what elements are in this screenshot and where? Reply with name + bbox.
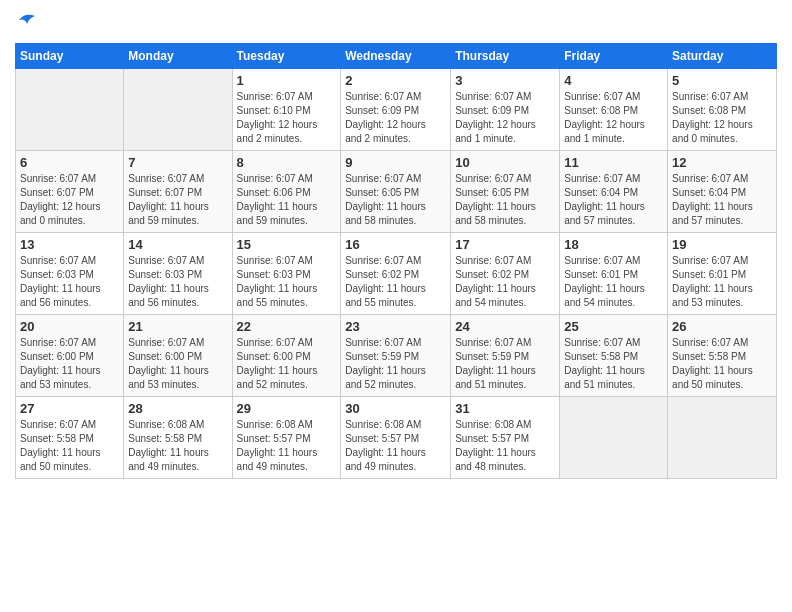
- day-info: Sunrise: 6:07 AM Sunset: 5:58 PM Dayligh…: [20, 418, 119, 474]
- logo-bird-icon: [17, 10, 37, 30]
- day-cell: 21Sunrise: 6:07 AM Sunset: 6:00 PM Dayli…: [124, 314, 232, 396]
- day-number: 9: [345, 155, 446, 170]
- day-info: Sunrise: 6:07 AM Sunset: 6:03 PM Dayligh…: [20, 254, 119, 310]
- day-number: 16: [345, 237, 446, 252]
- day-info: Sunrise: 6:07 AM Sunset: 6:04 PM Dayligh…: [564, 172, 663, 228]
- header: [15, 10, 777, 35]
- day-cell: 5Sunrise: 6:07 AM Sunset: 6:08 PM Daylig…: [668, 68, 777, 150]
- day-info: Sunrise: 6:07 AM Sunset: 6:02 PM Dayligh…: [345, 254, 446, 310]
- day-info: Sunrise: 6:07 AM Sunset: 6:05 PM Dayligh…: [345, 172, 446, 228]
- day-cell: 30Sunrise: 6:08 AM Sunset: 5:57 PM Dayli…: [341, 396, 451, 478]
- day-number: 19: [672, 237, 772, 252]
- day-info: Sunrise: 6:07 AM Sunset: 6:08 PM Dayligh…: [672, 90, 772, 146]
- day-cell: 24Sunrise: 6:07 AM Sunset: 5:59 PM Dayli…: [451, 314, 560, 396]
- day-info: Sunrise: 6:07 AM Sunset: 5:58 PM Dayligh…: [672, 336, 772, 392]
- day-number: 4: [564, 73, 663, 88]
- day-number: 15: [237, 237, 337, 252]
- day-cell: 9Sunrise: 6:07 AM Sunset: 6:05 PM Daylig…: [341, 150, 451, 232]
- week-row-4: 27Sunrise: 6:07 AM Sunset: 5:58 PM Dayli…: [16, 396, 777, 478]
- day-cell: 8Sunrise: 6:07 AM Sunset: 6:06 PM Daylig…: [232, 150, 341, 232]
- day-info: Sunrise: 6:08 AM Sunset: 5:58 PM Dayligh…: [128, 418, 227, 474]
- day-number: 14: [128, 237, 227, 252]
- day-number: 20: [20, 319, 119, 334]
- day-info: Sunrise: 6:07 AM Sunset: 5:58 PM Dayligh…: [564, 336, 663, 392]
- day-info: Sunrise: 6:07 AM Sunset: 5:59 PM Dayligh…: [455, 336, 555, 392]
- main-container: SundayMondayTuesdayWednesdayThursdayFrid…: [0, 0, 792, 484]
- day-number: 23: [345, 319, 446, 334]
- day-info: Sunrise: 6:07 AM Sunset: 6:04 PM Dayligh…: [672, 172, 772, 228]
- day-cell: 22Sunrise: 6:07 AM Sunset: 6:00 PM Dayli…: [232, 314, 341, 396]
- day-number: 31: [455, 401, 555, 416]
- day-number: 1: [237, 73, 337, 88]
- day-cell: 2Sunrise: 6:07 AM Sunset: 6:09 PM Daylig…: [341, 68, 451, 150]
- day-cell: 20Sunrise: 6:07 AM Sunset: 6:00 PM Dayli…: [16, 314, 124, 396]
- day-info: Sunrise: 6:07 AM Sunset: 6:00 PM Dayligh…: [237, 336, 337, 392]
- day-number: 17: [455, 237, 555, 252]
- day-info: Sunrise: 6:08 AM Sunset: 5:57 PM Dayligh…: [455, 418, 555, 474]
- calendar-table: SundayMondayTuesdayWednesdayThursdayFrid…: [15, 43, 777, 479]
- day-number: 30: [345, 401, 446, 416]
- day-number: 8: [237, 155, 337, 170]
- day-info: Sunrise: 6:07 AM Sunset: 6:07 PM Dayligh…: [20, 172, 119, 228]
- day-info: Sunrise: 6:07 AM Sunset: 6:03 PM Dayligh…: [237, 254, 337, 310]
- day-info: Sunrise: 6:07 AM Sunset: 6:08 PM Dayligh…: [564, 90, 663, 146]
- day-number: 5: [672, 73, 772, 88]
- day-number: 11: [564, 155, 663, 170]
- calendar-header: SundayMondayTuesdayWednesdayThursdayFrid…: [16, 43, 777, 68]
- day-info: Sunrise: 6:07 AM Sunset: 6:07 PM Dayligh…: [128, 172, 227, 228]
- day-header-saturday: Saturday: [668, 43, 777, 68]
- day-number: 18: [564, 237, 663, 252]
- day-info: Sunrise: 6:07 AM Sunset: 6:01 PM Dayligh…: [672, 254, 772, 310]
- day-info: Sunrise: 6:07 AM Sunset: 6:02 PM Dayligh…: [455, 254, 555, 310]
- day-header-monday: Monday: [124, 43, 232, 68]
- day-number: 26: [672, 319, 772, 334]
- day-cell: 25Sunrise: 6:07 AM Sunset: 5:58 PM Dayli…: [560, 314, 668, 396]
- day-info: Sunrise: 6:07 AM Sunset: 6:09 PM Dayligh…: [345, 90, 446, 146]
- day-number: 24: [455, 319, 555, 334]
- day-cell: 12Sunrise: 6:07 AM Sunset: 6:04 PM Dayli…: [668, 150, 777, 232]
- logo: [15, 10, 37, 35]
- day-cell: 31Sunrise: 6:08 AM Sunset: 5:57 PM Dayli…: [451, 396, 560, 478]
- day-number: 3: [455, 73, 555, 88]
- day-info: Sunrise: 6:08 AM Sunset: 5:57 PM Dayligh…: [345, 418, 446, 474]
- day-cell: 4Sunrise: 6:07 AM Sunset: 6:08 PM Daylig…: [560, 68, 668, 150]
- day-number: 27: [20, 401, 119, 416]
- day-number: 25: [564, 319, 663, 334]
- day-number: 10: [455, 155, 555, 170]
- logo-text: [15, 10, 37, 35]
- day-cell: 10Sunrise: 6:07 AM Sunset: 6:05 PM Dayli…: [451, 150, 560, 232]
- day-number: 13: [20, 237, 119, 252]
- day-info: Sunrise: 6:07 AM Sunset: 6:09 PM Dayligh…: [455, 90, 555, 146]
- day-cell: 11Sunrise: 6:07 AM Sunset: 6:04 PM Dayli…: [560, 150, 668, 232]
- day-cell: 15Sunrise: 6:07 AM Sunset: 6:03 PM Dayli…: [232, 232, 341, 314]
- day-cell: 26Sunrise: 6:07 AM Sunset: 5:58 PM Dayli…: [668, 314, 777, 396]
- day-number: 6: [20, 155, 119, 170]
- day-info: Sunrise: 6:07 AM Sunset: 5:59 PM Dayligh…: [345, 336, 446, 392]
- day-cell: 17Sunrise: 6:07 AM Sunset: 6:02 PM Dayli…: [451, 232, 560, 314]
- day-cell: 18Sunrise: 6:07 AM Sunset: 6:01 PM Dayli…: [560, 232, 668, 314]
- day-info: Sunrise: 6:07 AM Sunset: 6:05 PM Dayligh…: [455, 172, 555, 228]
- day-cell: 19Sunrise: 6:07 AM Sunset: 6:01 PM Dayli…: [668, 232, 777, 314]
- day-cell: 28Sunrise: 6:08 AM Sunset: 5:58 PM Dayli…: [124, 396, 232, 478]
- week-row-3: 20Sunrise: 6:07 AM Sunset: 6:00 PM Dayli…: [16, 314, 777, 396]
- day-number: 12: [672, 155, 772, 170]
- day-header-sunday: Sunday: [16, 43, 124, 68]
- day-number: 7: [128, 155, 227, 170]
- day-header-wednesday: Wednesday: [341, 43, 451, 68]
- day-number: 29: [237, 401, 337, 416]
- day-cell: 27Sunrise: 6:07 AM Sunset: 5:58 PM Dayli…: [16, 396, 124, 478]
- day-info: Sunrise: 6:07 AM Sunset: 6:06 PM Dayligh…: [237, 172, 337, 228]
- day-cell: 1Sunrise: 6:07 AM Sunset: 6:10 PM Daylig…: [232, 68, 341, 150]
- calendar-body: 1Sunrise: 6:07 AM Sunset: 6:10 PM Daylig…: [16, 68, 777, 478]
- day-cell: 14Sunrise: 6:07 AM Sunset: 6:03 PM Dayli…: [124, 232, 232, 314]
- day-cell: 6Sunrise: 6:07 AM Sunset: 6:07 PM Daylig…: [16, 150, 124, 232]
- day-header-friday: Friday: [560, 43, 668, 68]
- day-info: Sunrise: 6:07 AM Sunset: 6:00 PM Dayligh…: [128, 336, 227, 392]
- day-cell: 16Sunrise: 6:07 AM Sunset: 6:02 PM Dayli…: [341, 232, 451, 314]
- day-header-thursday: Thursday: [451, 43, 560, 68]
- week-row-2: 13Sunrise: 6:07 AM Sunset: 6:03 PM Dayli…: [16, 232, 777, 314]
- day-number: 22: [237, 319, 337, 334]
- day-info: Sunrise: 6:07 AM Sunset: 6:01 PM Dayligh…: [564, 254, 663, 310]
- day-cell: 23Sunrise: 6:07 AM Sunset: 5:59 PM Dayli…: [341, 314, 451, 396]
- day-number: 2: [345, 73, 446, 88]
